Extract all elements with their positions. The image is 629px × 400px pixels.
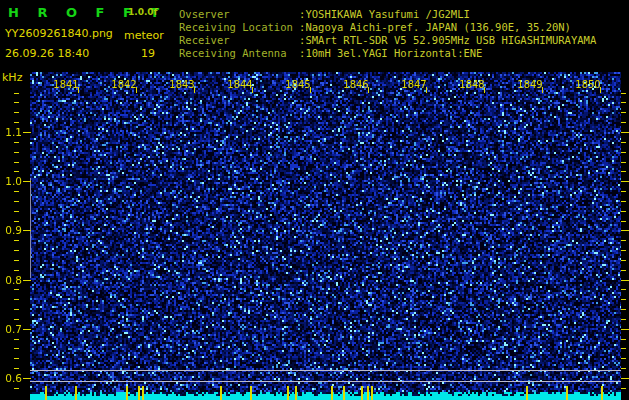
axis-tick: [14, 348, 19, 349]
observation-mode-label: meteor: [124, 29, 164, 42]
time-axis-label: 1846: [343, 79, 368, 90]
axis-tick: [368, 87, 369, 93]
axis-tick: [621, 221, 626, 222]
observation-datetime: 26.09.26 18:40: [5, 47, 89, 60]
axis-tick: [14, 309, 19, 310]
station-info-label: Receiver: [179, 34, 299, 46]
time-axis-label: 1850: [575, 79, 600, 90]
axis-tick: [23, 329, 31, 330]
spectrogram-heatmap: [30, 72, 621, 400]
freq-axis-label: 1.1: [0, 126, 22, 138]
axis-tick: [621, 230, 629, 231]
axis-tick: [14, 299, 19, 300]
station-info-row: Receiver :SMArt RTL-SDR V5 52.905MHz USB…: [179, 34, 596, 47]
app-version: 1.0.0f: [128, 7, 158, 17]
time-axis-label: 1841: [53, 79, 78, 90]
axis-tick: [621, 201, 626, 202]
axis-tick: [23, 378, 31, 379]
station-info-row: Receiving Location :Nagoya Aichi-pref. J…: [179, 21, 596, 34]
axis-tick: [310, 87, 311, 93]
time-axis-label: 1843: [169, 79, 194, 90]
axis-tick: [78, 87, 79, 93]
axis-tick: [621, 280, 629, 281]
axis-tick: [621, 358, 626, 359]
axis-tick: [14, 211, 19, 212]
freq-axis-label: 0.6: [0, 372, 22, 384]
axis-tick: [621, 102, 626, 103]
time-axis-label: 1849: [517, 79, 542, 90]
axis-tick: [621, 299, 626, 300]
axis-tick: [14, 250, 19, 251]
axis-tick: [23, 230, 31, 231]
axis-tick: [194, 87, 195, 93]
axis-tick: [14, 102, 19, 103]
station-info-value: :Nagoya Aichi-pref. JAPAN (136.90E, 35.2…: [299, 21, 571, 33]
axis-tick: [14, 152, 19, 153]
axis-tick: [14, 162, 19, 163]
hrofft-spectrogram-image: H R O F F T 1.0.0f YY2609261840.png mete…: [0, 0, 629, 400]
station-info-row: Ovserver :YOSHIKAWA Yasufumi /JG2MLI: [179, 8, 596, 21]
axis-tick: [621, 240, 626, 241]
time-axis-label: 1848: [459, 79, 484, 90]
axis-tick: [621, 378, 629, 379]
axis-tick: [621, 250, 626, 251]
freq-axis-unit-label: kHz: [2, 71, 22, 84]
axis-tick: [621, 388, 626, 389]
axis-tick: [14, 368, 19, 369]
axis-tick: [621, 112, 626, 113]
axis-tick: [14, 142, 19, 143]
output-filename: YY2609261840.png: [5, 27, 113, 40]
freq-axis-label: 0.7: [0, 323, 22, 335]
axis-tick: [621, 142, 626, 143]
station-info-label: Ovserver: [179, 8, 299, 20]
axis-tick: [621, 309, 626, 310]
axis-tick: [621, 348, 626, 349]
axis-tick: [621, 122, 626, 123]
axis-tick: [621, 211, 626, 212]
axis-tick: [14, 270, 19, 271]
axis-tick: [14, 289, 19, 290]
time-axis-label: 1845: [285, 79, 310, 90]
time-axis-label: 1847: [401, 79, 426, 90]
axis-tick: [14, 191, 19, 192]
axis-tick: [14, 201, 19, 202]
axis-tick: [14, 93, 19, 94]
axis-tick: [14, 339, 19, 340]
axis-tick: [621, 171, 626, 172]
station-info-label: Receiving Location: [179, 21, 299, 33]
axis-tick: [14, 221, 19, 222]
axis-tick: [14, 240, 19, 241]
axis-tick: [621, 191, 626, 192]
station-info-value: :YOSHIKAWA Yasufumi /JG2MLI: [299, 8, 470, 20]
axis-tick: [252, 87, 253, 93]
station-info-block: Ovserver :YOSHIKAWA Yasufumi /JG2MLIRece…: [179, 8, 596, 60]
echo-count: 19: [141, 47, 155, 60]
axis-tick: [23, 132, 31, 133]
time-axis-label: 1844: [227, 79, 252, 90]
axis-tick: [621, 339, 626, 340]
freq-axis-label: 0.9: [0, 224, 22, 236]
axis-tick: [621, 270, 626, 271]
axis-tick: [23, 181, 31, 182]
axis-tick: [621, 162, 626, 163]
axis-tick: [621, 289, 626, 290]
freq-axis-label: 0.8: [0, 274, 22, 286]
station-info-value: :SMArt RTL-SDR V5 52.905MHz USB HIGASHIM…: [299, 34, 596, 46]
axis-tick: [542, 87, 543, 93]
freq-axis-label: 1.0: [0, 175, 22, 187]
axis-tick: [621, 368, 626, 369]
axis-tick: [14, 171, 19, 172]
axis-tick: [14, 260, 19, 261]
station-info-label: Receiving Antenna: [179, 47, 299, 59]
axis-tick: [621, 152, 626, 153]
station-info-value: :10mH 3el.YAGI Horizontal:ENE: [299, 47, 482, 59]
axis-tick: [621, 132, 629, 133]
axis-tick: [621, 93, 626, 94]
axis-tick: [621, 329, 629, 330]
axis-tick: [14, 358, 19, 359]
axis-tick: [23, 280, 31, 281]
axis-tick: [14, 122, 19, 123]
axis-tick: [621, 181, 629, 182]
axis-tick: [484, 87, 485, 93]
axis-tick: [621, 319, 626, 320]
